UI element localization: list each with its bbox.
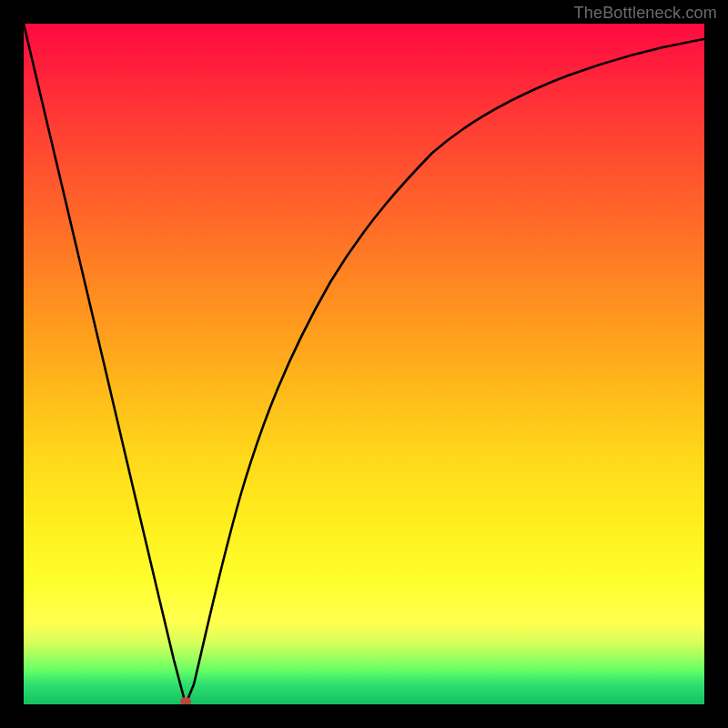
watermark-text: TheBottleneck.com bbox=[574, 4, 717, 23]
optimal-point-marker bbox=[180, 697, 191, 704]
bottleneck-chart: TheBottleneck.com bbox=[0, 0, 728, 728]
plot-area bbox=[24, 24, 704, 704]
curve-layer bbox=[24, 24, 704, 704]
bottleneck-curve-stroke bbox=[24, 24, 704, 704]
